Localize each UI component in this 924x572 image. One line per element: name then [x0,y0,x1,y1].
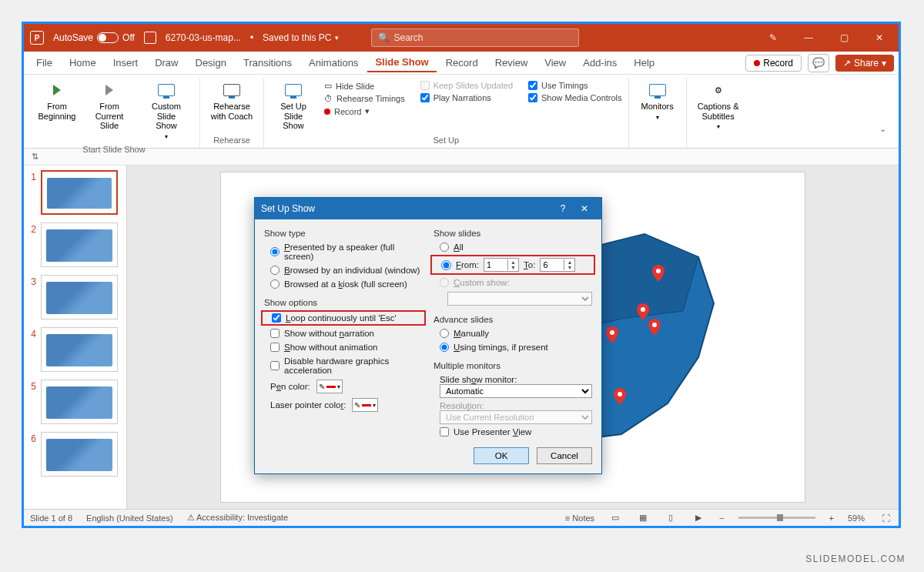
save-icon[interactable] [144,32,156,44]
cancel-button[interactable]: Cancel [537,447,592,464]
slideshow-monitor-select[interactable]: Automatic [440,384,592,398]
slide-thumbnail-panel: 1 2 3 4 5 6 [24,166,127,509]
rehearse-coach-button[interactable]: Rehearse with Coach [206,78,257,124]
record-button[interactable]: Record [745,55,802,72]
hide-slide-button[interactable]: ▭ Hide Slide [324,81,405,91]
group-start-label: Start Slide Show [82,143,145,157]
search-input[interactable]: 🔍 Search [371,28,579,47]
advance-timings-radio[interactable]: Using timings, if present [434,343,592,352]
slide-thumbnail[interactable] [41,222,118,267]
monitors-button[interactable]: Monitors ▾ [635,78,680,124]
rehearse-timings-button[interactable]: ⏱ Rehearse Timings [324,94,405,103]
map-pin-icon [614,388,626,405]
coach-icon [223,84,240,96]
view-slideshow-icon[interactable]: ▶ [691,513,705,523]
without-animation-checkbox[interactable]: Show without animation [264,343,423,352]
overflow-icon[interactable]: ⇅ [32,152,38,162]
chevron-down-icon: ▾ [335,34,339,42]
minimize-button[interactable]: — [795,28,822,47]
svg-point-2 [610,330,614,335]
to-spinner[interactable]: ▲▼ [540,258,575,272]
app-logo-icon: P [30,31,44,45]
tab-slide-show[interactable]: Slide Show [367,53,436,72]
zoom-value[interactable]: 59% [848,513,865,523]
zoom-out-button[interactable]: − [719,513,724,523]
custom-slideshow-button[interactable]: Custom Slide Show ▾ [139,78,193,143]
notes-button[interactable]: ≡ Notes [565,513,594,523]
tab-draw[interactable]: Draw [147,54,186,72]
setup-slideshow-button[interactable]: Set Up Slide Show [270,78,316,134]
ok-button[interactable]: OK [474,447,529,464]
custom-show-radio: Custom show: [434,278,592,287]
tab-addins[interactable]: Add-ins [575,54,624,72]
advance-manually-radio[interactable]: Manually [434,329,592,338]
loop-continuously-checkbox[interactable]: Loop continuously until 'Esc' [266,313,421,323]
status-language[interactable]: English (United States) [86,513,173,523]
pen-icon[interactable]: ✎ [760,28,786,47]
saved-location[interactable]: Saved to this PC ▾ [263,32,338,43]
slide-thumbnail[interactable] [41,275,118,319]
view-normal-icon[interactable]: ▭ [608,513,622,523]
view-sorter-icon[interactable]: ▦ [636,513,650,523]
maximize-button[interactable]: ▢ [831,28,857,47]
slide-thumbnail[interactable] [41,432,118,477]
showslides-from-radio[interactable] [441,260,451,270]
share-button[interactable]: ↗ Share ▾ [835,55,894,72]
zoom-slider[interactable] [738,517,815,519]
filename[interactable]: 6270-03-us-map... [166,32,241,43]
showslides-group-label: Show slides [434,229,592,238]
from-label: From: [456,260,479,269]
showtype-presented-radio[interactable]: Presented by a speaker (full screen) [264,243,423,261]
from-current-button[interactable]: From Current Slide [87,78,132,134]
close-button[interactable]: ✕ [574,203,595,214]
advance-group-label: Advance slides [434,315,592,324]
slideshow-monitor-label: Slide show monitor: [440,375,592,384]
map-pin-icon [652,265,665,282]
use-timings-checkbox[interactable]: Use Timings [528,81,622,90]
slide-thumbnail[interactable] [41,327,118,372]
tab-help[interactable]: Help [626,54,662,72]
tab-review[interactable]: Review [487,54,536,72]
showslides-all-radio[interactable]: All [434,243,592,252]
monitors-group-label: Multiple monitors [434,361,592,370]
view-reading-icon[interactable]: ▯ [664,513,678,523]
showoptions-group-label: Show options [264,298,423,307]
map-pin-icon [637,303,649,320]
close-button[interactable]: ✕ [866,28,892,47]
help-button[interactable]: ? [552,203,574,214]
fit-window-icon[interactable]: ⛶ [879,513,892,523]
tab-design[interactable]: Design [188,54,234,72]
status-accessibility[interactable]: ⚠ Accessibility: Investigate [187,513,289,523]
tab-record[interactable]: Record [438,54,486,72]
status-slide: Slide 1 of 8 [30,513,72,523]
record-menu-button[interactable]: Record ▾ [324,106,405,116]
monitor-icon [285,84,302,96]
quick-access-row: ⇅ [24,149,899,166]
tab-animations[interactable]: Animations [301,54,366,72]
tab-view[interactable]: View [537,54,574,72]
show-media-controls-checkbox[interactable]: Show Media Controls [528,93,622,102]
autosave-label: AutoSave [53,32,93,43]
zoom-in-button[interactable]: + [829,513,834,523]
tab-transitions[interactable]: Transitions [236,54,300,72]
autosave-toggle[interactable]: AutoSave Off [53,32,135,43]
comments-button[interactable]: 💬 [808,54,829,72]
pen-color-label: Pen color: [270,382,310,391]
ribbon-collapse-button[interactable]: ⌄ [879,78,894,148]
disable-hw-checkbox[interactable]: Disable hardware graphics acceleration [264,356,423,375]
slide-thumbnail[interactable] [41,380,118,424]
play-narrations-checkbox[interactable]: Play Narrations [420,93,513,102]
tab-file[interactable]: File [28,54,60,72]
tab-home[interactable]: Home [62,54,104,72]
slide-thumbnail[interactable] [41,170,118,215]
showtype-browsed-individual-radio[interactable]: Browsed by an individual (window) [264,266,423,275]
showtype-browsed-kiosk-radio[interactable]: Browsed at a kiosk (full screen) [264,279,423,289]
laser-color-button[interactable]: ✎▾ [352,398,378,412]
tab-insert[interactable]: Insert [105,54,146,72]
from-spinner[interactable]: ▲▼ [484,258,519,272]
pen-color-button[interactable]: ✎▾ [316,380,343,393]
presenter-view-checkbox[interactable]: Use Presenter View [440,427,592,437]
from-beginning-button[interactable]: From Beginning [35,78,79,124]
captions-button[interactable]: ⚙ Captions & Subtitles ▾ [693,78,744,133]
without-narration-checkbox[interactable]: Show without narration [264,329,423,338]
